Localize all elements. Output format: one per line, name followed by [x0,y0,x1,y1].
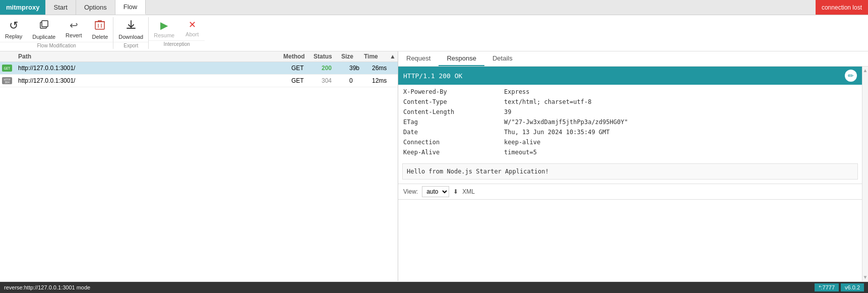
delete-label: Delete [92,34,108,40]
toolbar-group-interception: ▶ Resume ✕ Abort Interception [149,17,205,47]
row-size-1: 39b [347,65,370,72]
response-status-text: HTTP/1.1 200 OK [403,72,462,80]
table-header: Path Method Status Size Time ▲ [0,51,398,62]
response-detail-panel: Request Response Details HTTP/1.1 200 OK… [398,51,868,281]
row-time-2: 12ms [370,77,398,84]
row-icon-1: GET [0,64,14,72]
download-label: Download [118,34,143,40]
response-panel-content: HTTP/1.1 200 OK ✏ X-Powered-By Express C… [398,67,862,281]
time-header: Time [362,53,390,60]
download-icon [126,19,137,33]
scroll-down[interactable]: ▼ [863,274,868,280]
row-status-2: 304 [320,77,347,84]
detail-tabs: Request Response Details [398,51,868,67]
replay-button[interactable]: ↺ Replay [0,17,27,42]
statusbar-mode: reverse:http://127.0.0.1:3001 mode [4,284,90,290]
header-value: Express [504,88,857,95]
path-header: Path [14,53,281,60]
abort-icon: ✕ [189,19,196,30]
view-format: XML [462,188,475,195]
resume-button[interactable]: ▶ Resume [149,17,179,40]
edit-response-button[interactable]: ✏ [845,70,857,82]
download-button[interactable]: Download [113,17,148,42]
header-row: Content-Length 39 [398,107,862,117]
nav-tab-options[interactable]: Options [76,0,115,15]
size-header: Size [339,53,362,60]
view-label: View: [403,188,418,195]
header-value: keep-alive [504,139,857,146]
toolbar-group-buttons: ↺ Replay Duplicate ↩ Revert Delete [0,17,113,42]
header-value: 39 [504,108,857,115]
table-row[interactable]: GET http://127.0.0.1:3001/ GET 200 39b 2… [0,62,398,75]
connection-status: connection lost [816,0,868,15]
duplicate-icon [38,19,49,33]
response-panel-inner: HTTP/1.1 200 OK ✏ X-Powered-By Express C… [398,67,868,281]
tab-request[interactable]: Request [398,51,439,66]
export-label: Export [113,42,148,49]
toolbar-interception-buttons: ▶ Resume ✕ Abort [149,17,205,40]
tab-response[interactable]: Response [439,51,484,66]
replay-icon: ↺ [9,19,18,32]
revert-icon: ↩ [70,19,78,31]
header-name: ETag [403,119,504,126]
header-row: Connection keep-alive [398,137,862,147]
revert-button[interactable]: ↩ Revert [60,17,87,42]
toolbar: ↺ Replay Duplicate ↩ Revert Delete Flow … [0,15,868,51]
header-name: Date [403,129,504,136]
header-value: timeout=5 [504,149,857,156]
header-name: Content-Type [403,98,504,105]
delete-icon [95,19,105,33]
view-mode-select[interactable]: auto raw hex [422,186,449,197]
header-value: W/"27-Jw3xdDamjf5jthPp3a/zd95HG0Y" [504,119,857,126]
header-value: text/html; charset=utf-8 [504,98,857,105]
duplicate-label: Duplicate [32,34,55,40]
toolbar-group-flow-modification: ↺ Replay Duplicate ↩ Revert Delete Flow … [0,17,113,49]
row-method-1: GET [289,65,320,72]
nav-brand: mitmproxy [0,0,45,15]
abort-button[interactable]: ✕ Abort [179,17,205,40]
flow-modification-label: Flow Modification [0,42,113,49]
toolbar-export-buttons: Download [113,17,148,42]
header-row: ETag W/"27-Jw3xdDamjf5jthPp3a/zd95HG0Y" [398,117,862,127]
status-header: Status [312,53,339,60]
duplicate-button[interactable]: Duplicate [27,17,60,42]
response-headers: X-Powered-By Express Content-Type text/h… [398,85,862,159]
header-value: Thu, 13 Jun 2024 10:35:49 GMT [504,129,857,136]
header-name: Content-Length [403,108,504,115]
header-name: X-Powered-By [403,88,504,95]
header-name: Keep-Alive [403,149,504,156]
row-path-1: http://127.0.0.1:3001/ [14,65,289,72]
download-body-icon[interactable]: ⬇ [453,188,458,195]
tab-details[interactable]: Details [484,51,521,66]
row-status-1: 200 [320,65,347,72]
view-bar: View: auto raw hex ⬇ XML [398,184,862,200]
abort-label: Abort [185,31,199,37]
row-icon-2: HTTP 304 [0,77,14,85]
header-row: Keep-Alive timeout=5 [398,147,862,157]
header-row: Date Thu, 13 Jun 2024 10:35:49 GMT [398,127,862,137]
method-header: Method [281,53,312,60]
header-row: Content-Type text/html; charset=utf-8 [398,97,862,107]
nav-tab-start[interactable]: Start [45,0,76,15]
table-row[interactable]: HTTP 304 http://127.0.0.1:3001/ GET 304 … [0,75,398,87]
row-time-1: 26ms [370,65,398,72]
scroll-col: ▲ [390,53,398,60]
svg-rect-1 [42,21,48,27]
header-name: Connection [403,139,504,146]
resume-label: Resume [154,32,174,38]
row-size-2: 0 [347,77,370,84]
delete-button[interactable]: Delete [87,17,113,42]
resume-icon: ▶ [160,19,168,31]
replay-label: Replay [5,33,22,39]
statusbar-port: *:7777 [815,283,839,291]
scroll-up[interactable]: ▲ [863,68,868,73]
svg-rect-2 [95,22,104,29]
svg-text:GET: GET [4,67,11,71]
statusbar-version: v6.0.2 [841,283,864,291]
row-method-2: GET [289,77,320,84]
response-body: Hello from Node.js Starter Application! [402,163,858,180]
nav-tab-flow[interactable]: Flow [115,0,146,15]
row-path-2: http://127.0.0.1:3001/ [14,77,289,84]
table-rows: GET http://127.0.0.1:3001/ GET 200 39b 2… [0,62,398,281]
main-content: Path Method Status Size Time ▲ GET http:… [0,51,868,281]
